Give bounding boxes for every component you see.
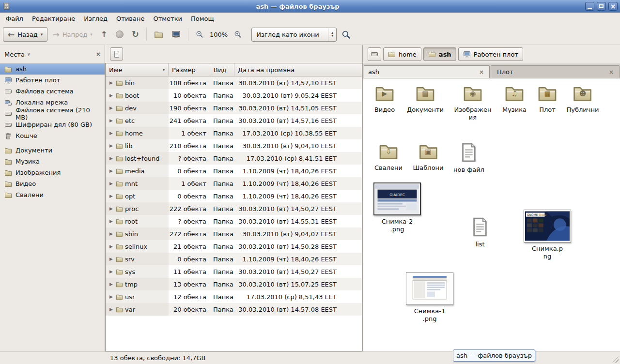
expander-icon[interactable]: ▶ xyxy=(108,168,114,173)
sidebar-item-Работен плот[interactable]: Работен плот xyxy=(0,75,105,86)
file-icon-нов файл[interactable]: нов файл xyxy=(453,141,484,174)
expander-icon[interactable]: ▶ xyxy=(108,143,114,148)
resize-grip-icon[interactable] xyxy=(612,356,619,363)
forward-button[interactable]: → Напред ▾ xyxy=(49,27,95,42)
up-button[interactable]: ↑ xyxy=(97,27,111,42)
home-button[interactable] xyxy=(151,27,167,42)
expander-icon[interactable]: ▶ xyxy=(108,118,114,123)
file-row[interactable]: ▶ var 20 обекта Папка 30.03.2010 (вт) 14… xyxy=(106,303,362,316)
file-icon-Видео[interactable]: ▶ Видео xyxy=(372,83,397,114)
expander-icon[interactable]: ▶ xyxy=(108,156,114,161)
expander-icon[interactable]: ▶ xyxy=(108,131,114,136)
expander-icon[interactable]: ▶ xyxy=(108,93,114,98)
path-button-Работен плот[interactable]: Работен плот xyxy=(458,47,523,61)
file-row[interactable]: ▶ bin 108 обекта Папка 30.03.2010 (вт) 1… xyxy=(106,76,362,89)
zoom-out-button[interactable] xyxy=(192,27,207,42)
path-button-home[interactable]: home xyxy=(383,47,421,61)
path-button-ash[interactable]: ash xyxy=(423,47,456,61)
titlebar[interactable]: ash — файлов браузър × xyxy=(0,0,620,13)
file-icon-Публични[interactable]: ☻ Публични xyxy=(567,83,599,114)
file-icon-Музика[interactable]: ♫ Музика xyxy=(502,83,527,114)
back-button[interactable]: ← Назад ▾ xyxy=(3,27,47,42)
menu-Файл[interactable]: Файл xyxy=(1,14,28,24)
file-row[interactable]: ▶ boot 10 обекта Папка 30.03.2010 (вт) 9… xyxy=(106,89,362,102)
file-icon-Документи[interactable]: ▤ Документи xyxy=(407,83,444,114)
file-row[interactable]: ▶ mnt 1 обект Папка 1.10.2009 (чт) 18,40… xyxy=(106,177,362,190)
menu-Помощ[interactable]: Помощ xyxy=(186,14,218,24)
menu-Отметки[interactable]: Отметки xyxy=(149,14,186,24)
tab-close-icon[interactable]: × xyxy=(607,68,615,76)
file-row[interactable]: ▶ srv 0 обекта Папка 1.10.2009 (чт) 18,4… xyxy=(106,253,362,265)
file-row[interactable]: ▶ opt 0 обекта Папка 1.10.2009 (чт) 18,4… xyxy=(106,190,362,202)
menu-Редактиране[interactable]: Редактиране xyxy=(28,14,79,24)
column-header-Размер[interactable]: Размер xyxy=(169,63,210,76)
file-row[interactable]: ▶ usr 12 обекта Папка 17.03.2010 (ср) 8,… xyxy=(106,290,362,303)
file-row[interactable]: ▶ lib 210 обекта Папка 30.03.2010 (вт) 9… xyxy=(106,139,362,152)
pane-location-button[interactable] xyxy=(110,47,123,61)
file-row[interactable]: ▶ sbin 272 обекта Папка 30.03.2010 (вт) … xyxy=(106,228,362,240)
tab-ash[interactable]: ash × xyxy=(364,65,490,78)
file-icon-Изображения[interactable]: ◉ Изображения xyxy=(454,83,492,121)
sidebar-dropdown-icon[interactable]: ∨ xyxy=(27,52,31,57)
sidebar-item-Документи[interactable]: Документи xyxy=(0,145,105,156)
file-row[interactable]: ▶ home 1 обект Папка 17.03.2010 (ср) 10,… xyxy=(106,127,362,139)
file-icon-Шаблони[interactable]: ▣ Шаблони xyxy=(413,141,443,172)
sidebar-item-Видео[interactable]: Видео xyxy=(0,178,105,189)
close-button[interactable]: × xyxy=(608,2,618,11)
file-icon-Снимка.png[interactable]: Снимка.png xyxy=(524,210,571,260)
computer-button[interactable] xyxy=(168,27,184,42)
tab-close-icon[interactable]: × xyxy=(478,68,485,76)
file-row[interactable]: ▶ root ? обекта Папка 30.03.2010 (вт) 14… xyxy=(106,215,362,228)
file-row[interactable]: ▶ lost+found ? обекта Папка 17.03.2010 (… xyxy=(106,152,362,165)
file-row[interactable]: ▶ dev 190 обекта Папка 30.03.2010 (вт) 1… xyxy=(106,102,362,114)
stop-button[interactable] xyxy=(112,27,127,42)
sidebar-close-button[interactable]: × xyxy=(96,51,100,58)
file-row[interactable]: ▶ selinux 21 обекта Папка 30.03.2010 (вт… xyxy=(106,240,362,253)
expander-icon[interactable]: ▶ xyxy=(108,257,114,261)
file-icon-Свалени[interactable]: ⇩ Свалени xyxy=(374,141,403,172)
expander-icon[interactable]: ▶ xyxy=(108,106,114,110)
file-row[interactable]: ▶ proc 222 обекта Папка 30.03.2010 (вт) … xyxy=(106,202,362,215)
zoom-in-button[interactable] xyxy=(231,27,245,42)
expander-icon[interactable]: ▶ xyxy=(108,231,114,236)
minimize-button[interactable] xyxy=(585,2,594,11)
file-icon-Снимка-2.png[interactable]: Снимка-2.png xyxy=(373,182,421,233)
expander-icon[interactable]: ▶ xyxy=(108,282,114,287)
expander-icon[interactable]: ▶ xyxy=(108,307,114,312)
sidebar-item-Шифриран дял (80 GB)[interactable]: Шифриран дял (80 GB) xyxy=(0,119,105,130)
icon-view[interactable]: ▶ Видео ▤ Документи ◉ Изображения ♫ Музи… xyxy=(363,78,620,351)
file-icon-list[interactable]: list xyxy=(469,216,491,248)
expander-icon[interactable]: ▶ xyxy=(108,206,114,211)
expander-icon[interactable]: ▶ xyxy=(108,269,114,274)
sidebar-item-ash[interactable]: ash xyxy=(0,63,105,75)
expander-icon[interactable]: ▶ xyxy=(108,181,114,186)
expander-icon[interactable]: ▶ xyxy=(108,80,114,85)
sidebar-item-Файлова система[interactable]: Файлова система xyxy=(0,86,105,97)
sidebar-item-Файлова система (210 MB)[interactable]: Файлова система (210 MB) xyxy=(0,108,105,119)
expander-icon[interactable]: ▶ xyxy=(108,219,114,224)
expander-icon[interactable]: ▶ xyxy=(108,194,114,198)
menu-Изглед[interactable]: Изглед xyxy=(79,14,112,24)
expander-icon[interactable]: ▶ xyxy=(108,244,114,249)
view-mode-select[interactable]: Изглед като икони ▴▾ xyxy=(251,28,337,42)
column-header-Дата на промяна[interactable]: Дата на промяна xyxy=(234,63,362,76)
column-header-Име[interactable]: Име ▾ xyxy=(106,63,169,76)
back-dropdown-icon[interactable]: ▾ xyxy=(41,32,43,37)
sidebar-item-Музика[interactable]: Музика xyxy=(0,156,105,167)
file-row[interactable]: ▶ tmp 13 обекта Папка 30.03.2010 (вт) 15… xyxy=(106,278,362,290)
file-icon-Плот[interactable]: ▦ Плот xyxy=(535,83,560,114)
file-row[interactable]: ▶ sys 11 обекта Папка 30.03.2010 (вт) 14… xyxy=(106,265,362,278)
path-button-root[interactable] xyxy=(368,47,381,61)
file-row[interactable]: ▶ etc 241 обекта Папка 30.03.2010 (вт) 1… xyxy=(106,114,362,127)
sidebar-item-Кошче[interactable]: Кошче xyxy=(0,130,105,141)
search-button[interactable] xyxy=(338,27,354,42)
tab-Плот[interactable]: Плот × xyxy=(491,65,620,78)
sidebar-item-Изображения[interactable]: Изображения xyxy=(0,167,105,178)
file-icon-Снимка-1.png[interactable]: Снимка-1.png xyxy=(406,272,453,322)
maximize-button[interactable] xyxy=(597,2,606,11)
reload-button[interactable]: ↻ xyxy=(128,27,142,42)
expander-icon[interactable]: ▶ xyxy=(108,294,114,299)
column-header-Вид[interactable]: Вид xyxy=(210,63,234,76)
menu-Отиване[interactable]: Отиване xyxy=(112,14,149,24)
file-row[interactable]: ▶ media 0 обекта Папка 1.10.2009 (чт) 18… xyxy=(106,165,362,177)
